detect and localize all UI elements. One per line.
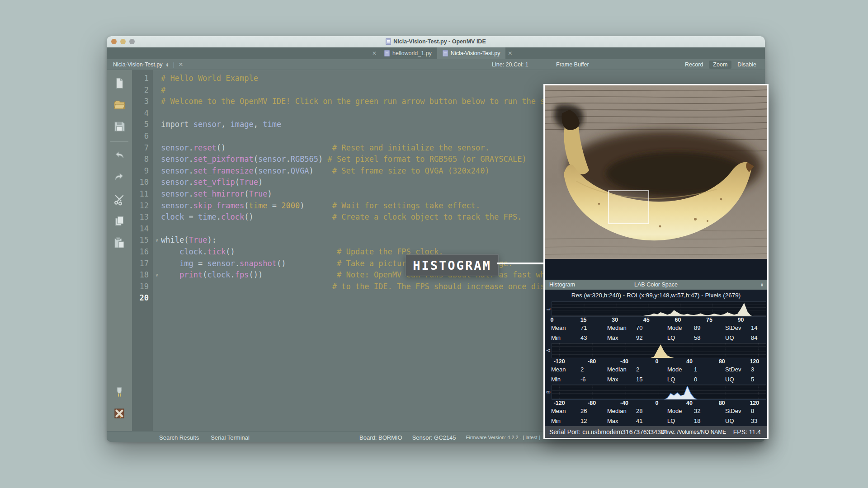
close-tab-icon[interactable]: ✕ <box>370 50 379 56</box>
stat-value: 2 <box>636 365 667 375</box>
line-number: 16 <box>132 246 153 258</box>
line-number: 20 <box>132 292 153 304</box>
tab-label: helloworld_1.py <box>392 50 432 56</box>
histogram-plot <box>552 385 766 400</box>
dock-drag-line <box>497 263 543 264</box>
disconnect-icon[interactable] <box>112 406 127 421</box>
stat-value: 41 <box>636 416 667 426</box>
frame-buffer-panel: Histogram LAB Color Space ▲▼ Res (w:320,… <box>543 84 769 439</box>
redo-icon[interactable] <box>112 170 127 185</box>
fold-chevron-icon[interactable]: ∨ <box>153 269 161 281</box>
editor-toolbar: Nicla-Vision-Test.py ▲▼ | ✕ Line: 20,Col… <box>107 59 765 70</box>
fold-gutter <box>153 246 161 258</box>
stat-value: 84 <box>751 333 766 343</box>
line-number: 7 <box>132 142 153 154</box>
stat-value: -6 <box>580 375 607 385</box>
colorspace-spinner-icon[interactable]: ▲▼ <box>760 282 764 287</box>
fold-chevron-icon[interactable]: ∨ <box>153 235 161 246</box>
stat-value: 43 <box>580 333 607 343</box>
stat-value: 32 <box>694 406 725 416</box>
channel-stats: Mean26Median28Mode32StDev8Min12Max41LQ18… <box>546 406 766 426</box>
stat-label: Mode <box>667 406 694 416</box>
code-text: # Welcome to the OpenMV IDE! Click on th… <box>161 96 573 108</box>
code-text: while(True): <box>161 235 217 246</box>
fold-gutter <box>153 131 161 142</box>
channel-label: A <box>546 343 552 358</box>
stat-label: Mean <box>551 406 580 416</box>
drive-label: Drive: /Volumes/NO NAME <box>661 429 726 435</box>
code-text: sensor.set_pixformat(sensor.RGB565) # Se… <box>161 154 527 165</box>
line-number: 11 <box>132 188 153 200</box>
panel-status-bar: Serial Port: cu.usbmodem3167376334301 Dr… <box>545 426 767 438</box>
fold-gutter <box>153 165 161 177</box>
disable-button[interactable]: Disable <box>733 61 760 69</box>
stat-label: Median <box>607 406 636 416</box>
line-number: 9 <box>132 165 153 177</box>
stat-value: 0 <box>694 375 725 385</box>
code-line[interactable]: 1# Hello World Example <box>132 73 765 84</box>
stat-value: 89 <box>694 323 725 333</box>
line-number: 14 <box>132 223 153 235</box>
line-number: 3 <box>132 96 153 108</box>
stat-value: 5 <box>751 375 766 385</box>
code-text: sensor.set_framesize(sensor.QVGA) # Set … <box>161 165 490 177</box>
fold-gutter <box>153 84 161 96</box>
fold-gutter <box>153 223 161 235</box>
line-number: 2 <box>132 84 153 96</box>
stat-value: 58 <box>694 333 725 343</box>
resolution-roi-info: Res (w:320,h:240) - ROI (x:99,y:148,w:57… <box>545 290 767 300</box>
fold-gutter <box>153 119 161 131</box>
close-document-icon[interactable]: ✕ <box>179 61 183 68</box>
stat-label: Mode <box>667 365 694 375</box>
fps-label: FPS: 11.4 <box>733 428 761 436</box>
line-number: 1 <box>132 73 153 84</box>
histogram-channels: L0153045607590Mean71Median70Mode89StDev1… <box>545 300 767 426</box>
roi-rectangle[interactable] <box>609 191 649 224</box>
sensor-indicator: Sensor: GC2145 <box>412 434 456 441</box>
stat-value: 71 <box>580 323 607 333</box>
serial-terminal-button[interactable]: Serial Terminal <box>211 434 250 441</box>
stat-value: 12 <box>580 416 607 426</box>
serial-port-label: Serial Port: cu.usbmodem3167376334301 <box>545 428 668 436</box>
document-selector-label: Nicla-Vision-Test.py <box>113 61 163 68</box>
zoom-button[interactable]: Zoom <box>709 61 731 69</box>
sidebar-divider <box>110 141 128 142</box>
spinner-icon[interactable]: ▲▼ <box>166 62 169 67</box>
board-indicator: Board: BORMIO <box>359 434 402 441</box>
stat-label: Mean <box>551 365 580 375</box>
stat-value: 14 <box>751 323 766 333</box>
tab-nicla-vision-test[interactable]: Nicla-Vision-Test.py <box>437 47 506 59</box>
copy-icon[interactable] <box>112 213 127 229</box>
fold-gutter <box>153 177 161 188</box>
new-file-icon[interactable] <box>112 75 127 91</box>
colorspace-select[interactable]: LAB Color Space <box>545 282 767 288</box>
stat-label: Mode <box>667 323 694 333</box>
code-text: print(clock.fps()) # Note: OpenMV Cam ru… <box>161 269 600 281</box>
close-tab-icon[interactable]: ✕ <box>505 50 514 56</box>
stat-value: 15 <box>636 375 667 385</box>
document-icon <box>386 38 391 45</box>
connect-icon[interactable] <box>112 384 127 399</box>
stat-label: UQ <box>725 333 751 343</box>
save-file-icon[interactable] <box>112 119 127 134</box>
histogram-drag-overlay[interactable]: HISTOGRAM <box>406 254 499 276</box>
tab-helloworld[interactable]: helloworld_1.py <box>379 47 437 59</box>
panel-gap <box>545 259 767 280</box>
line-number: 12 <box>132 200 153 212</box>
document-selector[interactable]: Nicla-Vision-Test.py ▲▼ | ✕ <box>107 61 183 68</box>
undo-icon[interactable] <box>112 148 127 164</box>
record-button[interactable]: Record <box>681 61 707 69</box>
frame-buffer-image[interactable] <box>545 85 767 259</box>
search-results-button[interactable]: Search Results <box>159 434 199 441</box>
cut-icon[interactable] <box>112 192 127 207</box>
channel-stats: Mean71Median70Mode89StDev14Min43Max92LQ5… <box>546 323 766 343</box>
line-number: 19 <box>132 281 153 293</box>
stat-label: StDev <box>725 365 751 375</box>
paste-icon[interactable] <box>112 235 127 250</box>
channel-label: B <box>546 385 552 400</box>
histogram-axis: -120-80-4004080120 <box>552 359 762 365</box>
stat-label: Mean <box>551 323 580 333</box>
open-file-icon[interactable] <box>112 97 127 113</box>
line-number: 13 <box>132 211 153 223</box>
stat-label: Max <box>607 416 636 426</box>
